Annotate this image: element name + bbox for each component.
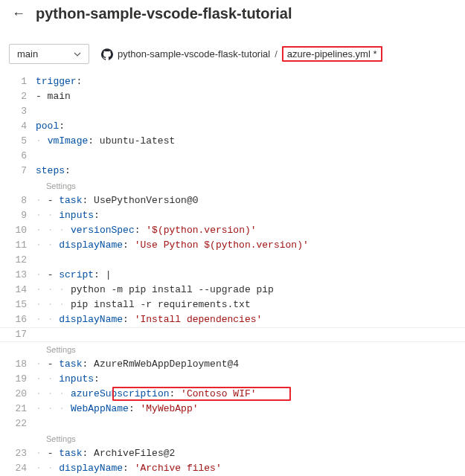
code-line[interactable]: · · displayName: 'Use Python $(python.ve… — [36, 238, 465, 253]
github-icon — [101, 48, 113, 60]
code-line[interactable]: · - task: AzureRmWebAppDeployment@4 — [36, 357, 465, 372]
page-title: python-sample-vscode-flask-tutorial — [36, 5, 292, 22]
settings-codelens[interactable]: Settings — [36, 431, 465, 446]
code-line[interactable]: · vmImage: ubuntu-latest — [36, 134, 465, 149]
branch-selector[interactable]: main — [9, 44, 89, 64]
branch-name: main — [17, 48, 38, 60]
settings-codelens[interactable]: Settings — [36, 342, 465, 357]
back-button[interactable]: ← — [9, 4, 28, 23]
code-line[interactable] — [36, 253, 465, 268]
code-line[interactable]: · - task: UsePythonVersion@0 — [36, 193, 465, 208]
code-line[interactable]: - main — [36, 89, 465, 104]
code-line[interactable] — [36, 149, 465, 164]
code-line[interactable] — [36, 327, 465, 342]
code-line[interactable]: · · · azureSubscription: 'Contoso WIF' — [36, 387, 465, 402]
code-line[interactable]: · - script: | — [36, 268, 465, 283]
breadcrumb-repo[interactable]: python-sample-vscode-flask-tutorial — [118, 48, 270, 60]
code-line[interactable]: · · displayName: 'Archive files' — [36, 461, 465, 476]
code-line[interactable]: · · · WebAppName: 'MyWebApp' — [36, 402, 465, 416]
code-line[interactable] — [36, 416, 465, 431]
breadcrumb-separator: / — [275, 48, 278, 60]
code-content[interactable]: trigger:- mainpool:· vmImage: ubuntu-lat… — [36, 74, 465, 476]
code-line[interactable]: pool: — [36, 119, 465, 134]
code-line[interactable]: · · · versionSpec: '$(python.version)' — [36, 223, 465, 238]
code-line[interactable]: · · · pip install -r requirements.txt — [36, 298, 465, 312]
breadcrumb-file[interactable]: azure-pipelines.yml * — [282, 46, 382, 62]
chevron-down-icon — [74, 52, 81, 57]
code-line[interactable]: · · inputs: — [36, 208, 465, 223]
code-editor[interactable]: 123456789101112131415161718192021222324 … — [0, 71, 465, 476]
code-line[interactable] — [36, 104, 465, 119]
settings-codelens[interactable]: Settings — [36, 178, 465, 193]
code-line[interactable]: trigger: — [36, 74, 465, 89]
code-line[interactable]: steps: — [36, 164, 465, 178]
line-number-gutter: 123456789101112131415161718192021222324 — [0, 74, 36, 476]
code-line[interactable]: · · inputs: — [36, 372, 465, 387]
code-line[interactable]: · · · python -m pip install --upgrade pi… — [36, 283, 465, 298]
code-line[interactable]: · - task: ArchiveFiles@2 — [36, 446, 465, 461]
code-line[interactable]: · · displayName: 'Install dependencies' — [36, 312, 465, 327]
breadcrumb: python-sample-vscode-flask-tutorial / az… — [101, 46, 382, 62]
